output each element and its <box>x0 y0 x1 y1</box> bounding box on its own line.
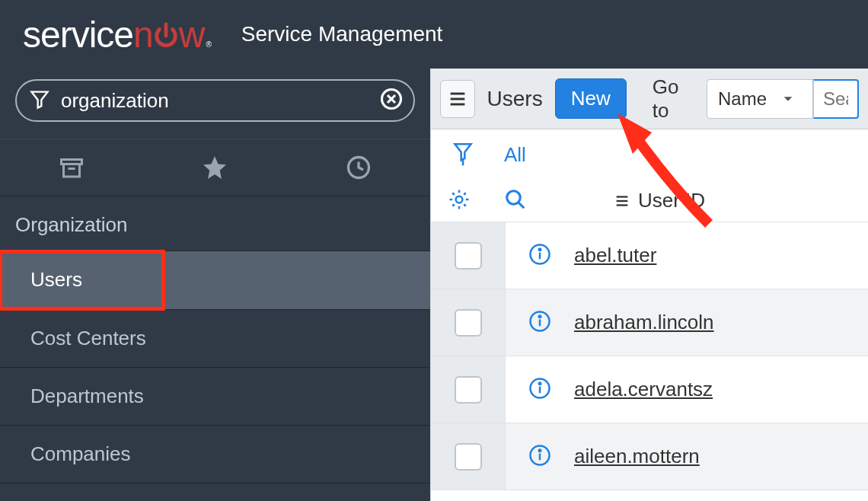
info-icon[interactable] <box>528 444 551 470</box>
table-row: aileen.mottern <box>431 423 868 490</box>
funnel-icon[interactable] <box>452 140 474 169</box>
svg-line-11 <box>519 202 525 208</box>
table-row: abel.tuter <box>431 222 868 289</box>
nav-item-users[interactable]: Users <box>0 251 164 309</box>
svg-point-20 <box>539 315 541 318</box>
nav-tab-all[interactable] <box>0 139 143 196</box>
info-icon[interactable] <box>528 243 551 269</box>
nav-filter-pill[interactable] <box>15 79 415 122</box>
page-title: Users <box>487 87 543 111</box>
row-checkbox[interactable] <box>455 376 482 404</box>
list-toolbar: Users New Go to Name <box>431 69 868 129</box>
column-header-userid[interactable]: User ID <box>614 189 705 212</box>
clear-icon[interactable] <box>380 88 403 113</box>
checkbox-cell <box>431 356 506 423</box>
svg-point-23 <box>539 382 541 385</box>
list-header: User ID <box>431 180 868 222</box>
navigation-sidebar: Organization Users Cost Centers Departme… <box>0 69 430 501</box>
logo-text-service: service <box>23 14 133 56</box>
search-icon[interactable] <box>504 188 527 214</box>
menu-icon <box>447 88 468 110</box>
row-checkbox[interactable] <box>455 242 482 270</box>
nav-tab-favorites[interactable] <box>143 139 286 196</box>
checkbox-cell <box>431 222 506 289</box>
user-id-link[interactable]: aileen.mottern <box>574 445 700 468</box>
svg-point-9 <box>456 196 463 203</box>
archive-icon <box>58 154 85 181</box>
star-icon <box>201 154 228 181</box>
user-id-link[interactable]: abel.tuter <box>574 244 656 267</box>
logo-text-now: n w <box>133 14 204 56</box>
goto-label: Go to <box>653 75 694 123</box>
app-header: service n w ® Service Management <box>0 0 868 69</box>
row-checkbox[interactable] <box>455 443 482 471</box>
user-id-link[interactable]: adela.cervantsz <box>574 378 713 401</box>
user-id-link[interactable]: abraham.lincoln <box>574 311 714 334</box>
nav-section-organization: Organization <box>0 196 430 251</box>
row-checkbox[interactable] <box>455 309 482 337</box>
svg-rect-2 <box>64 164 80 177</box>
table-row: adela.cervantsz <box>431 356 868 423</box>
checkbox-cell <box>431 423 506 490</box>
chevron-down-icon <box>782 93 794 105</box>
nav-tabs <box>0 139 430 196</box>
brand-logo: service n w ® <box>23 14 211 56</box>
list-body: abel.tuter abraham.lincoln <box>431 222 868 490</box>
table-row: abraham.lincoln <box>431 289 868 356</box>
clock-icon <box>345 154 372 181</box>
nav-item-departments[interactable]: Departments <box>0 368 430 426</box>
svg-point-26 <box>539 449 541 452</box>
info-icon[interactable] <box>528 310 551 336</box>
column-header-label: User ID <box>638 189 705 212</box>
app-title: Service Management <box>241 22 443 46</box>
nav-filter-input[interactable] <box>61 89 369 113</box>
menu-icon <box>614 193 630 209</box>
svg-point-10 <box>507 190 521 204</box>
nav-item-cost-centers[interactable]: Cost Centers <box>0 310 430 368</box>
nav-item-companies[interactable]: Companies <box>0 426 430 483</box>
info-icon[interactable] <box>528 377 551 403</box>
goto-search-input[interactable] <box>813 79 859 119</box>
breadcrumb-row: All <box>431 129 868 180</box>
power-icon <box>152 17 180 46</box>
trademark-icon: ® <box>206 40 210 49</box>
breadcrumb-all[interactable]: All <box>504 143 526 167</box>
svg-point-17 <box>539 248 541 250</box>
new-button[interactable]: New <box>555 78 627 119</box>
goto-select[interactable]: Name <box>707 79 813 119</box>
nav-tab-history[interactable] <box>287 139 430 196</box>
checkbox-cell <box>431 289 506 356</box>
goto-select-value: Name <box>718 88 767 110</box>
content-area: Users New Go to Name All <box>430 69 868 501</box>
nav-item-row-users[interactable]: Users <box>0 251 430 310</box>
gear-icon[interactable] <box>448 188 471 214</box>
funnel-icon <box>29 88 50 113</box>
list-menu-button[interactable] <box>440 80 475 118</box>
nav-filter-bar <box>0 69 430 139</box>
